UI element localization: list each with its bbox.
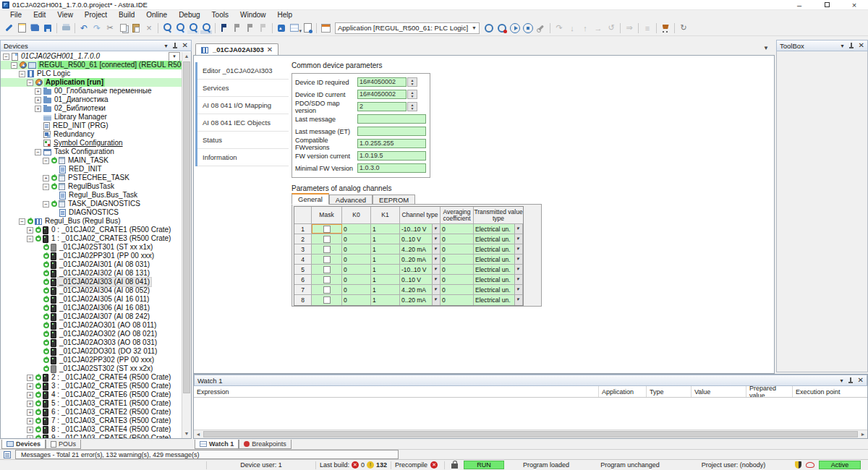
editor-nav-item[interactable]: Information (197, 149, 289, 166)
tab-list-chevron-icon[interactable]: ▼ (763, 45, 769, 51)
tree-item[interactable]: _01CJA02AO303 (AO 08 031) (1, 338, 182, 347)
tree-item[interactable]: 1 : _01CJA02_CRATE3 (R500 Crate) (1, 234, 182, 243)
reset-icon[interactable] (605, 22, 617, 34)
panel-menu-icon[interactable]: ▾ (165, 43, 168, 49)
menu-item[interactable]: Tools (206, 10, 234, 20)
page-settings-icon[interactable] (302, 22, 313, 34)
editor-nav-item[interactable]: Editor _01CJA02AI303 (197, 62, 289, 80)
parameter-value[interactable]: 1.0.19.5 (357, 151, 426, 161)
tab-pous[interactable]: POUs (46, 440, 81, 449)
mask-cell[interactable] (312, 234, 342, 244)
expander-icon[interactable] (27, 375, 33, 381)
menu-item[interactable]: Edit (27, 10, 51, 20)
tree-item[interactable]: RED_INIT (PRG) (1, 121, 182, 130)
tree-item[interactable]: _01CJA02ST301 (ST xx x1x) (1, 243, 182, 252)
tab-breakpoints[interactable]: Breakpoints (239, 440, 292, 449)
tree-item[interactable]: Redundancy (1, 130, 182, 139)
menu-item[interactable]: Online (140, 10, 173, 20)
transmitted-type-cell[interactable]: Electrical un. (474, 255, 523, 264)
delete-icon[interactable] (143, 22, 155, 34)
expander-icon[interactable] (27, 383, 33, 390)
tree-item[interactable]: 6 : _01CJA03_CRATE2 (R500 Crate) (1, 408, 182, 416)
scroll-up-icon[interactable]: ▲ (182, 52, 191, 61)
expander-icon[interactable] (43, 158, 49, 164)
averaging-cell[interactable]: 0 (441, 295, 474, 305)
panel-menu-icon[interactable]: ▾ (841, 377, 843, 384)
tree-item[interactable]: 02_Библиотеки (1, 104, 182, 113)
averaging-cell[interactable]: 0 (441, 255, 474, 264)
previous-bookmark-icon[interactable] (231, 22, 243, 34)
spinner-control[interactable]: ▲▼ (407, 102, 417, 111)
tree-item[interactable]: 7 : _01CJA03_CRATE3 (R500 Crate) (1, 416, 182, 425)
tree-item[interactable]: Application [run] (1, 78, 182, 87)
menu-item[interactable]: File (4, 10, 27, 20)
parameter-value[interactable]: 1.0.255.255 (357, 139, 426, 148)
watch-body[interactable] (194, 398, 867, 430)
tree-item[interactable]: Regul_Bus.Bus_Task (1, 191, 182, 200)
averaging-cell[interactable]: 0 (441, 265, 474, 274)
undo-icon[interactable] (78, 22, 90, 34)
refresh-devices-icon[interactable] (678, 22, 689, 34)
print-icon[interactable] (60, 22, 72, 34)
expander-icon[interactable] (27, 80, 33, 86)
watch-column-header[interactable]: Execution point (793, 386, 865, 397)
parameter-value[interactable] (357, 114, 426, 124)
transmitted-type-cell[interactable]: Electrical un. (474, 275, 523, 284)
bookmark-icon[interactable] (218, 22, 230, 34)
expander-icon[interactable] (35, 149, 41, 155)
channel-type-cell[interactable]: 4..20 mA (400, 244, 441, 254)
scroll-right-icon[interactable]: ► (859, 432, 867, 437)
expander-icon[interactable] (27, 409, 33, 416)
menu-item[interactable]: Project (79, 10, 113, 20)
k0-cell[interactable]: 0 (342, 244, 371, 254)
tree-item[interactable]: 2 : _01CJA02_CRATE4 (R500 Crate) (1, 373, 182, 382)
mask-cell[interactable] (312, 224, 342, 234)
averaging-cell[interactable]: 0 (441, 224, 474, 234)
tree-item[interactable]: _01CJA02AI301 (AI 08 031) (1, 260, 182, 269)
panel-menu-icon[interactable]: ▾ (841, 43, 844, 49)
tree-item[interactable]: 00_Глобальные переменные (1, 87, 182, 95)
dropdown-button[interactable] (432, 244, 440, 254)
tree-item[interactable]: 8 : _01CJA03_CRATE4 (R500 Crate) (1, 425, 182, 434)
dropdown-button[interactable] (514, 244, 522, 254)
spin-down-icon[interactable]: ▼ (411, 107, 414, 111)
start-icon[interactable] (509, 22, 521, 34)
close-icon[interactable]: ✕ (182, 42, 188, 49)
tree-item[interactable]: DIAGNOSTICS (1, 208, 182, 217)
expander-icon[interactable] (27, 418, 33, 424)
watch-column-header[interactable]: Expression (194, 386, 599, 397)
tree-item[interactable]: 0 : _01CJA02_CRATE1 (R500 Crate) (1, 226, 182, 234)
expander-icon[interactable] (19, 218, 25, 225)
login-icon[interactable] (535, 22, 547, 34)
averaging-cell[interactable]: 0 (441, 285, 474, 294)
dropdown-button[interactable] (514, 275, 522, 284)
tree-item[interactable]: _01CJA02AI307 (AI 08 242) (1, 312, 182, 321)
expander-icon[interactable] (27, 236, 33, 242)
dropdown-button[interactable] (514, 255, 522, 264)
security-shield-icon[interactable] (795, 461, 801, 469)
astra-tool-icon[interactable] (3, 22, 14, 34)
tab-watch1[interactable]: Watch 1 (195, 440, 239, 449)
watch-hscrollbar[interactable]: ◄ ► (194, 430, 867, 438)
expander-icon[interactable] (43, 175, 49, 181)
channel-type-cell[interactable]: 0..10 V (400, 234, 441, 244)
editor-nav-item[interactable]: Status (197, 132, 289, 149)
new-project-icon[interactable] (16, 22, 27, 34)
channel-type-cell[interactable]: 4..20 mA (400, 285, 441, 294)
transmitted-type-cell[interactable]: Electrical un. (474, 234, 523, 244)
clear-bookmarks-icon[interactable] (258, 22, 269, 34)
menu-item[interactable]: Help (272, 10, 299, 20)
expander-icon[interactable] (35, 88, 41, 95)
transmitted-type-cell[interactable]: Electrical un. (474, 285, 523, 294)
tree-item[interactable]: _01CJA02AO302 (AO 08 021) (1, 330, 182, 338)
k0-cell[interactable]: 0 (342, 255, 371, 264)
expander-icon[interactable] (11, 62, 17, 69)
editor-nav-item[interactable]: AI 08 041 IEC Objects (197, 114, 289, 132)
tree-item[interactable]: _01CJA02AI302 (AI 08 131) (1, 269, 182, 278)
tree-item[interactable]: 5 : _01CJA03_CRATE1 (R500 Crate) (1, 399, 182, 408)
dropdown-button[interactable] (432, 275, 440, 284)
expander-icon[interactable] (35, 97, 41, 103)
mask-cell[interactable] (312, 265, 342, 274)
menu-item[interactable]: Debug (173, 10, 205, 20)
close-icon[interactable]: ✕ (858, 377, 864, 384)
